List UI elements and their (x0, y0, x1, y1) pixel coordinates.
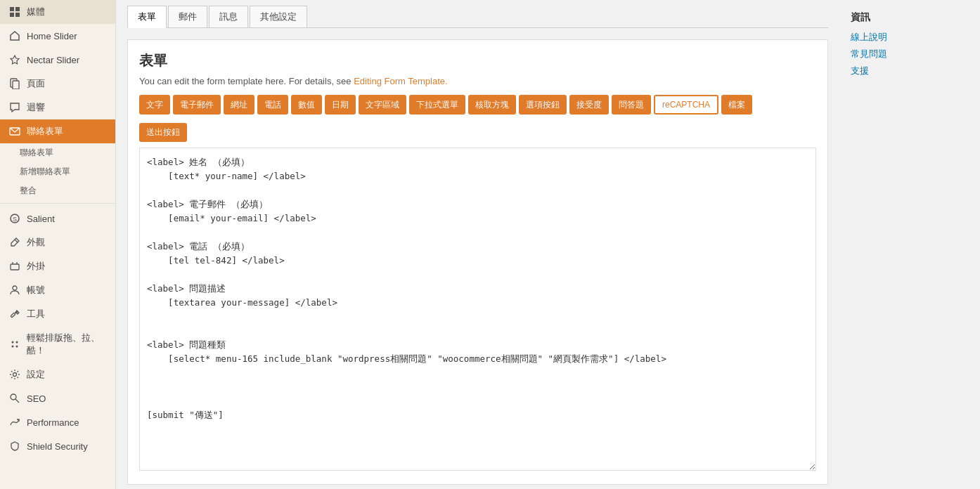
tab-message[interactable]: 訊息 (209, 6, 248, 27)
info-box-title: 資訊 (851, 11, 969, 24)
svg-rect-3 (15, 13, 20, 17)
brush-icon (8, 236, 21, 249)
sidebar-item-contact-form[interactable]: 聯絡表單 (0, 119, 115, 143)
content-area: 表單 郵件 訊息 其他設定 表單 You can edit the form t… (116, 0, 839, 489)
settings-icon (8, 368, 21, 381)
svg-text:S: S (13, 216, 17, 223)
field-btn-phone[interactable]: 電話 (257, 95, 288, 115)
svg-rect-1 (15, 7, 20, 11)
svg-point-14 (13, 286, 17, 290)
form-editor-description: You can edit the form template here. For… (139, 76, 816, 86)
tab-mail[interactable]: 郵件 (168, 6, 207, 27)
editing-form-template-link[interactable]: Editing Form Template. (354, 76, 447, 86)
info-box: 資訊 線上說明 常見問題 支援 (851, 11, 969, 77)
wrench-icon (8, 308, 21, 320)
svg-point-17 (12, 346, 14, 348)
sidebar-item-settings[interactable]: 設定 (0, 363, 115, 386)
sidebar-item-nectar-slider[interactable]: Nectar Slider (0, 48, 115, 72)
sidebar-sub-add-form[interactable]: 新增聯絡表單 (0, 162, 115, 181)
tab-bar: 表單 郵件 訊息 其他設定 (127, 0, 828, 28)
svg-rect-11 (11, 264, 19, 270)
sidebar-item-pages[interactable]: 頁面 (0, 72, 115, 96)
main-area: 表單 郵件 訊息 其他設定 表單 You can edit the form t… (116, 0, 980, 489)
svg-point-19 (13, 373, 17, 377)
info-link-support[interactable]: 支援 (851, 65, 969, 77)
field-btn-file[interactable]: 檔案 (721, 95, 752, 115)
svg-rect-0 (10, 7, 14, 11)
sidebar-item-seo[interactable]: SEO (0, 386, 115, 410)
svg-line-10 (15, 240, 18, 242)
svg-point-16 (16, 341, 18, 344)
media-icon (8, 6, 21, 18)
sidebar-item-media[interactable]: 媒體 (0, 0, 115, 24)
right-sidebar: 資訊 線上說明 常見問題 支援 (839, 0, 980, 489)
svg-rect-2 (10, 13, 14, 17)
svg-marker-4 (11, 56, 19, 64)
user-icon (8, 284, 21, 296)
info-link-online-help[interactable]: 線上說明 (851, 31, 969, 44)
field-btn-email[interactable]: 電子郵件 (173, 95, 221, 115)
performance-icon (8, 416, 21, 429)
field-btn-acceptance[interactable]: 接受度 (569, 95, 609, 115)
plugin-icon (8, 260, 21, 273)
sidebar-item-comments[interactable]: 迴響 (0, 96, 115, 119)
sidebar-item-shield-security[interactable]: Shield Security (0, 434, 115, 458)
form-editor: 表單 You can edit the form template here. … (127, 39, 828, 485)
sidebar-sub-integration[interactable]: 整合 (0, 181, 115, 200)
info-link-faq[interactable]: 常見問題 (851, 48, 969, 60)
field-btn-quiz[interactable]: 問答題 (612, 95, 651, 115)
field-btn-textarea[interactable]: 文字區域 (359, 95, 406, 115)
sidebar-item-tools[interactable]: 工具 (0, 302, 115, 326)
sidebar-item-dnd[interactable]: 輕鬆排版拖、拉、酷！ (0, 326, 115, 363)
sidebar-item-plugins[interactable]: 外掛 (0, 254, 115, 278)
field-btn-recaptcha[interactable]: reCAPTCHA (654, 95, 718, 115)
field-btn-checkbox[interactable]: 核取方塊 (468, 95, 516, 115)
field-btn-radio[interactable]: 選項按鈕 (519, 95, 567, 115)
field-btn-submit[interactable]: 送出按鈕 (139, 123, 187, 142)
field-btn-url[interactable]: 網址 (224, 95, 254, 115)
sidebar-item-account[interactable]: 帳號 (0, 278, 115, 302)
field-buttons-row: 文字 電子郵件 網址 電話 數值 日期 文字區域 下拉式選單 核取方塊 選項按鈕… (139, 95, 816, 115)
field-btn-text[interactable]: 文字 (139, 95, 170, 115)
svg-point-20 (11, 394, 16, 400)
sidebar-item-performance[interactable]: Performance (0, 410, 115, 434)
svg-rect-6 (13, 81, 19, 89)
seo-icon (8, 392, 21, 405)
form-editor-title: 表單 (139, 51, 816, 70)
comment-icon (8, 101, 21, 114)
salient-icon: S (8, 212, 21, 225)
svg-line-21 (15, 399, 19, 403)
shield-icon (8, 440, 21, 452)
form-code-textarea[interactable]: <label> 姓名 （必填） [text* your-name] </labe… (139, 148, 816, 471)
divider (0, 203, 115, 204)
dnd-icon (8, 338, 21, 351)
svg-point-18 (16, 346, 18, 348)
tab-other-settings[interactable]: 其他設定 (250, 6, 307, 27)
field-btn-number[interactable]: 數值 (291, 95, 322, 115)
home-icon (8, 30, 21, 42)
field-btn-select[interactable]: 下拉式選單 (409, 95, 465, 115)
sidebar-item-salient[interactable]: S Salient (0, 207, 115, 230)
svg-point-15 (12, 341, 14, 344)
star-icon (8, 53, 21, 66)
mail-icon (8, 125, 21, 138)
pages-icon (8, 77, 21, 90)
field-btn-date[interactable]: 日期 (325, 95, 356, 115)
sidebar-item-appearance[interactable]: 外觀 (0, 230, 115, 254)
sidebar-sub-contact-form[interactable]: 聯絡表單 (0, 143, 115, 162)
sidebar-item-home-slider[interactable]: Home Slider (0, 24, 115, 48)
sidebar: 媒體 Home Slider Nectar Slider 頁面 迴響 聯絡表單 (0, 0, 116, 489)
tab-form[interactable]: 表單 (127, 6, 167, 28)
